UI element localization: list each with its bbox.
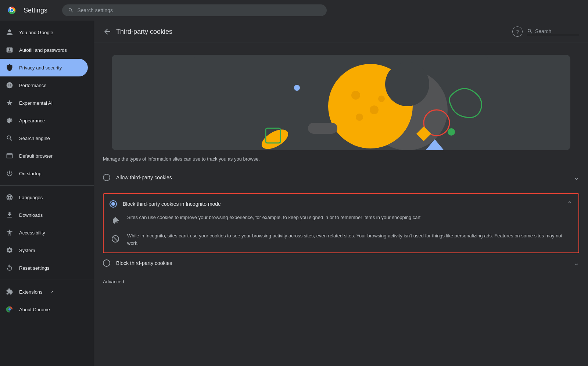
option-block-all-cookies[interactable]: Block third-party cookies ⌄ xyxy=(103,253,579,273)
sidebar-item-performance[interactable]: Performance xyxy=(0,76,88,94)
top-bar: Settings xyxy=(0,0,588,21)
sidebar-item-search-engine[interactable]: Search engine xyxy=(0,129,88,147)
block-detail-icon xyxy=(110,233,121,245)
search-engine-icon xyxy=(6,134,13,142)
content-search-bar[interactable] xyxy=(527,28,579,35)
sidebar-label-privacy: Privacy and security xyxy=(19,65,62,71)
svg-point-11 xyxy=(378,96,385,102)
page-description: Manage the types of information sites ca… xyxy=(103,156,579,162)
svg-point-8 xyxy=(351,91,360,100)
sidebar-label-about-chrome: About Chrome xyxy=(19,307,50,312)
detail-row-cookies: Sites can use cookies to improve your br… xyxy=(110,214,573,226)
sidebar-label-autofill: Autofill and passwords xyxy=(19,47,67,53)
radio-block-incognito[interactable] xyxy=(110,200,117,208)
sidebar-divider-2 xyxy=(0,280,94,280)
global-search-bar[interactable] xyxy=(62,4,327,16)
sidebar-item-experimental-ai[interactable]: Experimental AI xyxy=(0,94,88,112)
option-block-incognito-label: Block third-party cookies in Incognito m… xyxy=(123,201,561,207)
chrome-logo-icon xyxy=(6,4,18,16)
chrome-icon xyxy=(6,306,13,313)
sidebar-item-privacy[interactable]: Privacy and security xyxy=(0,59,88,76)
sparkle-icon xyxy=(6,99,13,107)
back-button[interactable] xyxy=(103,27,112,36)
sidebar-item-on-startup[interactable]: On startup xyxy=(0,165,88,182)
palette-icon xyxy=(6,117,13,124)
svg-point-13 xyxy=(294,85,300,91)
puzzle-icon xyxy=(6,288,13,295)
radio-block-all[interactable] xyxy=(103,259,110,267)
shield-icon xyxy=(6,64,13,71)
sidebar-item-downloads[interactable]: Downloads xyxy=(0,206,88,224)
globe-icon xyxy=(6,194,13,201)
chevron-block-all-down-icon[interactable]: ⌄ xyxy=(574,259,579,267)
sidebar-label-performance: Performance xyxy=(19,83,46,88)
sidebar-label-languages: Languages xyxy=(19,195,43,200)
advanced-section-label: Advanced xyxy=(94,273,588,287)
page-title: Third-party cookies xyxy=(116,28,508,36)
radio-allow[interactable] xyxy=(103,174,110,181)
global-search-input[interactable] xyxy=(77,7,321,13)
sidebar-label-downloads: Downloads xyxy=(19,212,43,218)
sidebar-label-on-startup: On startup xyxy=(19,171,42,176)
detail-text-cookies: Sites can use cookies to improve your br… xyxy=(127,214,420,221)
gauge-icon xyxy=(6,82,13,89)
svg-point-20 xyxy=(114,220,115,222)
sidebar-item-extensions[interactable]: Extensions ↗ xyxy=(0,283,88,301)
sidebar-label-accessibility: Accessibility xyxy=(19,230,45,236)
main-layout: You and Google Autofill and passwords Pr… xyxy=(0,21,588,366)
power-icon xyxy=(6,170,13,177)
sidebar-label-you-and-google: You and Google xyxy=(19,30,53,35)
accessibility-icon xyxy=(6,229,13,236)
chevron-allow-down-icon[interactable]: ⌄ xyxy=(574,173,579,182)
sidebar-label-extensions: Extensions xyxy=(19,289,43,295)
sidebar-item-system[interactable]: System xyxy=(0,241,88,259)
sidebar-item-accessibility[interactable]: Accessibility xyxy=(0,224,88,241)
option-allow-cookies[interactable]: Allow third-party cookies ⌄ xyxy=(103,168,579,187)
sidebar-divider-1 xyxy=(0,185,94,186)
incognito-details: Sites can use cookies to improve your br… xyxy=(104,214,578,252)
help-button[interactable]: ? xyxy=(512,26,523,37)
sidebar-label-system: System xyxy=(19,248,35,253)
svg-point-3 xyxy=(8,308,11,311)
svg-point-15 xyxy=(448,128,455,136)
external-link-icon: ↗ xyxy=(50,290,53,294)
svg-point-21 xyxy=(115,219,116,220)
sidebar-label-experimental-ai: Experimental AI xyxy=(19,100,53,106)
svg-point-22 xyxy=(116,222,118,223)
sidebar-item-languages[interactable]: Languages xyxy=(0,189,88,206)
download-icon xyxy=(6,211,13,219)
option-allow-label: Allow third-party cookies xyxy=(116,175,568,180)
svg-point-7 xyxy=(385,62,429,106)
browser-icon xyxy=(6,152,13,159)
sidebar-item-reset-settings[interactable]: Reset settings xyxy=(0,259,88,277)
content-search-input[interactable] xyxy=(535,28,579,34)
detail-text-incognito: While in Incognito, sites can't use your… xyxy=(127,232,573,247)
sidebar-item-default-browser[interactable]: Default browser xyxy=(0,147,88,165)
highlighted-block: Block third-party cookies in Incognito m… xyxy=(103,193,579,253)
options-container: Manage the types of information sites ca… xyxy=(94,150,588,193)
chevron-incognito-up-icon[interactable]: ⌃ xyxy=(567,200,573,208)
sidebar-label-reset-settings: Reset settings xyxy=(19,265,49,271)
sidebar-label-default-browser: Default browser xyxy=(19,153,53,159)
search-icon xyxy=(68,7,74,13)
system-icon xyxy=(6,247,13,254)
sidebar-item-appearance[interactable]: Appearance xyxy=(0,112,88,129)
app-title: Settings xyxy=(24,7,47,14)
content-header: Third-party cookies ? xyxy=(94,21,588,43)
sidebar-item-autofill[interactable]: Autofill and passwords xyxy=(0,41,88,59)
badge-icon xyxy=(6,46,13,54)
content-panel: Third-party cookies ? xyxy=(94,21,588,366)
sidebar: You and Google Autofill and passwords Pr… xyxy=(0,21,94,366)
cookie-detail-icon xyxy=(110,215,121,226)
sidebar-label-search-engine: Search engine xyxy=(19,136,50,141)
sidebar-item-about-chrome[interactable]: About Chrome xyxy=(0,301,88,318)
svg-point-10 xyxy=(356,114,363,121)
person-icon xyxy=(6,29,13,36)
option-block-incognito[interactable]: Block third-party cookies in Incognito m… xyxy=(104,194,578,214)
detail-row-incognito: While in Incognito, sites can't use your… xyxy=(110,232,573,247)
content-search-icon xyxy=(527,28,533,34)
sidebar-item-you-and-google[interactable]: You and Google xyxy=(0,24,88,41)
reset-icon xyxy=(6,264,13,272)
sidebar-label-appearance: Appearance xyxy=(19,118,45,123)
cookie-illustration xyxy=(112,55,570,150)
